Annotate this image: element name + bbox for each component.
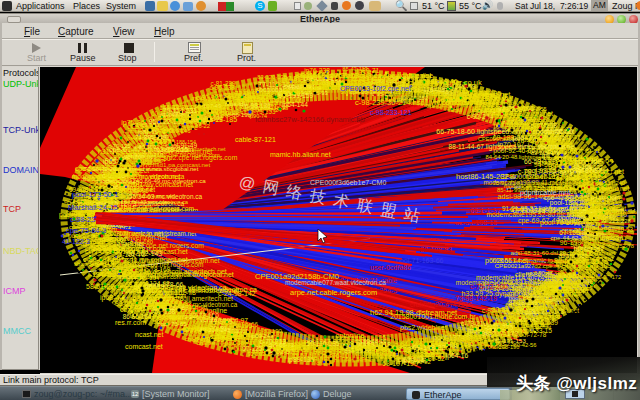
svg-text:fctnnbsc27w-142166.dynamic.bb: fctnnbsc27w-142166.dynamic.bb bbox=[255, 115, 365, 124]
svg-text:ncast.net: ncast.net bbox=[135, 331, 163, 338]
svg-text:82.131.2.14.man.ee: 82.131.2.14.man.ee bbox=[537, 155, 604, 164]
svg-text:69-152-78: 69-152-78 bbox=[608, 243, 634, 249]
svg-text:67-61-1: 67-61-1 bbox=[510, 206, 534, 213]
svg-text:S0106006757ab3c93.cg.shawcable: S0106006757ab3c93.cg.shawcable.net bbox=[300, 71, 432, 80]
svg-text:92-142-55: 92-142-55 bbox=[521, 106, 546, 112]
svg-text:91-164-24: 91-164-24 bbox=[583, 181, 611, 187]
svg-text:79-57-91: 79-57-91 bbox=[578, 148, 600, 154]
svg-text:c-66-103: c-66-103 bbox=[561, 255, 587, 262]
svg-text:ncmcast.net: ncmcast.net bbox=[470, 90, 511, 99]
svg-text:c-98-233-121: c-98-233-121 bbox=[370, 109, 412, 116]
svg-text:c-88-199-16.hsd1.wv.comcast.ne: c-88-199-16.hsd1.wv.comcast.net bbox=[482, 307, 579, 314]
svg-text:Marshall-24-15: Marshall-24-15 bbox=[68, 203, 118, 212]
svg-text:87-10-53: 87-10-53 bbox=[608, 226, 634, 233]
svg-text:verizon.net: verizon.net bbox=[581, 234, 612, 241]
svg-text:c-70-118: c-70-118 bbox=[350, 339, 372, 345]
svg-text:69-1-1-37: 69-1-1-37 bbox=[470, 207, 500, 214]
svg-text:pool-173-50-1: pool-173-50-1 bbox=[72, 190, 119, 199]
svg-text:pool-70-109: pool-70-109 bbox=[540, 219, 577, 227]
svg-text:host.bell.ca: host.bell.ca bbox=[518, 135, 557, 144]
svg-text:mamic.hb.aliant.net: mamic.hb.aliant.net bbox=[270, 151, 331, 158]
svg-text:marcast.net: marcast.net bbox=[485, 105, 525, 114]
svg-text:clienf-86-27: clienf-86-27 bbox=[515, 271, 552, 278]
svg-text:CPE0013-10f2.cpe.net: CPE0013-10f2.cpe.net bbox=[340, 85, 411, 93]
svg-text:ip90-61: ip90-61 bbox=[147, 153, 166, 159]
svg-text:host86-145-232-4: host86-145-232-4 bbox=[456, 172, 515, 181]
svg-text:e-24-14: e-24-14 bbox=[90, 259, 114, 266]
svg-text:pool-178-66: pool-178-66 bbox=[147, 281, 183, 289]
svg-text:ipbb-2.osaka: ipbb-2.osaka bbox=[170, 314, 210, 322]
svg-text:cable-87-121: cable-87-121 bbox=[235, 136, 276, 143]
svg-text:pdpntrcable.mnt: pdpntrcable.mnt bbox=[520, 189, 570, 197]
svg-text:user-0cdfa86: user-0cdfa86 bbox=[370, 264, 411, 271]
svg-text:virginm: virginm bbox=[274, 345, 294, 353]
svg-text:90-112-30: 90-112-30 bbox=[590, 213, 616, 219]
svg-text:c-66-117: c-66-117 bbox=[430, 339, 456, 346]
svg-text:ns18.btx.ca: ns18.btx.ca bbox=[502, 120, 541, 129]
svg-text:ip95-122: ip95-122 bbox=[582, 171, 607, 179]
svg-text:comsernet: comsernet bbox=[210, 333, 243, 340]
svg-text:41-122-3: 41-122-3 bbox=[62, 238, 90, 245]
svg-text:i-194-1: i-194-1 bbox=[88, 271, 110, 278]
svg-text:71-205-214: 71-205-214 bbox=[135, 133, 167, 140]
svg-text:72-219-161: 72-219-161 bbox=[235, 90, 270, 97]
svg-text:58-51-22: 58-51-22 bbox=[86, 283, 114, 290]
svg-text:res.rr.com: res.rr.com bbox=[115, 319, 146, 326]
svg-text:comcast.net: comcast.net bbox=[113, 267, 144, 273]
svg-text:ip69-249: ip69-249 bbox=[251, 333, 274, 339]
svg-text:pbs2.wldeblnet: pbs2.wldeblnet bbox=[400, 324, 447, 332]
svg-text:sbcglobal: sbcglobal bbox=[123, 280, 148, 286]
svg-text:arpe.net.cable.rogers.com: arpe.net.cable.rogers.com bbox=[290, 288, 377, 297]
svg-text:83-120-135: 83-120-135 bbox=[257, 74, 287, 80]
svg-text:eyonder.co.uk: eyonder.co.uk bbox=[435, 78, 482, 87]
svg-text:ip99-35: ip99-35 bbox=[192, 112, 216, 120]
svg-text:comcast.net: comcast.net bbox=[125, 343, 163, 350]
svg-text:c-98-239-30-214.hsd1.wv.comcas: c-98-239-30-214.hsd1.wv.comcast.net bbox=[355, 98, 483, 107]
svg-text:ip98-167-1: ip98-167-1 bbox=[100, 236, 134, 244]
svg-text:97-125-82: 97-125-82 bbox=[242, 345, 272, 352]
svg-text:cpe-64-97: cpe-64-97 bbox=[218, 317, 248, 325]
svg-text:c-95-153: c-95-153 bbox=[598, 200, 623, 207]
svg-text:c-66-180: c-66-180 bbox=[190, 103, 212, 109]
svg-text:c-81-239: c-81-239 bbox=[211, 80, 236, 87]
svg-text:c-24-98-142: c-24-98-142 bbox=[218, 290, 256, 297]
svg-text:cpe-48-46: cpe-48-46 bbox=[306, 354, 338, 362]
svg-text:cpe-29-94: cpe-29-94 bbox=[293, 87, 323, 95]
svg-text:ip64-144: ip64-144 bbox=[282, 101, 308, 109]
svg-text:c-79-139: c-79-139 bbox=[577, 244, 604, 251]
svg-text:audi.net.sa: audi.net.sa bbox=[185, 325, 219, 332]
svg-text:modemcable077.waat.videotron.c: modemcable077.waat.videotron.ca bbox=[285, 279, 386, 286]
svg-text:optonline: optonline bbox=[172, 124, 198, 132]
svg-text:ip79-140: ip79-140 bbox=[402, 357, 428, 365]
svg-text:pool-103-23: pool-103-23 bbox=[480, 340, 514, 348]
svg-text:CPE000f3d6eb1e7-CM0: CPE000f3d6eb1e7-CM0 bbox=[310, 179, 386, 186]
svg-text:ip68-4-1: ip68-4-1 bbox=[100, 294, 126, 302]
svg-text:73-46-220: 73-46-220 bbox=[191, 96, 216, 102]
svg-text:ip81-250: ip81-250 bbox=[159, 300, 183, 306]
svg-text:176-167-2: 176-167-2 bbox=[98, 247, 130, 254]
svg-text:crbkhfto20-4741216: crbkhfto20-4741216 bbox=[410, 301, 472, 308]
svg-text:ipconnect: ipconnect bbox=[300, 79, 329, 87]
svg-text:c-70-135: c-70-135 bbox=[108, 143, 130, 149]
svg-text:p6026561.net: p6026561.net bbox=[485, 257, 528, 265]
svg-text:cox.net: cox.net bbox=[120, 306, 143, 313]
svg-text:c-75-72-200: c-75-72-200 bbox=[470, 283, 508, 290]
svg-text:ip64-16: ip64-16 bbox=[446, 352, 469, 360]
svg-text:h62.94.19.98.dlsfream.net: h62.94.19.98.dlsfream.net bbox=[370, 308, 458, 317]
